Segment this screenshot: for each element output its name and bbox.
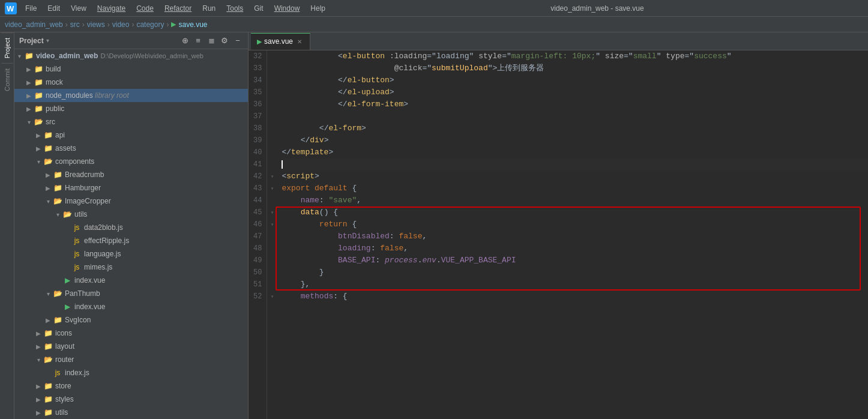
tree-hamburger-arrow[interactable]: ▶ bbox=[43, 183, 53, 193]
tree-components-arrow[interactable]: ▾ bbox=[34, 157, 43, 166]
editor-area: ▶ save.vue ✕ 32 33 34 35 36 37 38 39 40 … bbox=[249, 32, 868, 419]
tree-assets-arrow[interactable]: ▶ bbox=[34, 143, 43, 153]
menu-edit[interactable]: Edit bbox=[43, 3, 65, 14]
tree-public-arrow[interactable]: ▶ bbox=[24, 104, 34, 113]
tree-components[interactable]: ▾ 📂 components bbox=[14, 155, 248, 168]
tree-mock-arrow[interactable]: ▶ bbox=[24, 77, 34, 87]
tree-api-arrow[interactable]: ▶ bbox=[34, 130, 43, 140]
folder-router-icon: 📂 bbox=[43, 355, 53, 364]
tree-src-utils-arrow[interactable]: ▶ bbox=[34, 408, 43, 417]
menu-refactor[interactable]: Refactor bbox=[160, 3, 196, 14]
tree-root-arrow[interactable]: ▾ bbox=[14, 51, 24, 61]
breadcrumb-views[interactable]: views bbox=[87, 20, 105, 29]
folder-assets-icon: 📁 bbox=[43, 143, 53, 153]
tree-breadcrumb[interactable]: ▶ 📁 Breadcrumb bbox=[14, 168, 248, 181]
tree-store-arrow[interactable]: ▶ bbox=[34, 381, 43, 391]
tree-root[interactable]: ▾ 📁 video_admin_web D:\Develop\Web\video… bbox=[14, 49, 248, 62]
tree-src-arrow[interactable]: ▾ bbox=[24, 117, 34, 127]
fold-icon-46[interactable]: ▾ bbox=[270, 221, 274, 228]
tab-label: save.vue bbox=[264, 37, 293, 46]
tree-svgicon[interactable]: ▶ 📁 SvgIcon bbox=[14, 313, 248, 327]
tree-effectripple[interactable]: ▶ js effectRipple.js bbox=[14, 234, 248, 247]
fold-icon-52[interactable]: ▾ bbox=[270, 293, 274, 300]
menu-code[interactable]: Code bbox=[131, 3, 158, 14]
tab-close-button[interactable]: ✕ bbox=[295, 37, 304, 46]
menu-git[interactable]: Git bbox=[249, 3, 268, 14]
menu-view[interactable]: View bbox=[66, 3, 91, 14]
menu-navigate[interactable]: Navigate bbox=[92, 3, 130, 14]
tree-build[interactable]: ▶ 📁 build bbox=[14, 62, 248, 76]
tree-panthumb[interactable]: ▾ 📂 PanThumb bbox=[14, 287, 248, 300]
tree-router[interactable]: ▾ 📂 router bbox=[14, 353, 248, 366]
tree-public[interactable]: ▶ 📁 public bbox=[14, 102, 248, 115]
fold-icon-42[interactable]: ▾ bbox=[270, 173, 274, 180]
breadcrumb-file[interactable]: save.vue bbox=[178, 20, 207, 29]
line-num-37: 37 bbox=[253, 110, 262, 122]
breadcrumb-bar: video_admin_web › src › views › video › … bbox=[0, 17, 868, 32]
tree-node-modules[interactable]: ▶ 📁 node_modules library root bbox=[14, 89, 248, 102]
tree-src[interactable]: ▾ 📂 src bbox=[14, 115, 248, 128]
code-line-42: <script> bbox=[282, 170, 868, 182]
panel-minimize-icon[interactable]: − bbox=[232, 35, 243, 46]
left-tab-commit[interactable]: Commit bbox=[1, 63, 13, 96]
tabs-bar: ▶ save.vue ✕ bbox=[249, 32, 868, 50]
menu-help[interactable]: Help bbox=[306, 3, 330, 14]
menu-file[interactable]: File bbox=[20, 3, 41, 14]
tree-store[interactable]: ▶ 📁 store bbox=[14, 379, 248, 393]
tree-layout-arrow[interactable]: ▶ bbox=[34, 342, 43, 351]
tree-icons[interactable]: ▶ 📁 icons bbox=[14, 327, 248, 340]
panel-dropdown[interactable]: ▾ bbox=[46, 37, 49, 44]
tree-breadcrumb-arrow[interactable]: ▶ bbox=[43, 170, 53, 179]
menu-run[interactable]: Run bbox=[197, 3, 220, 14]
tree-mimes[interactable]: ▶ js mimes.js bbox=[14, 261, 248, 274]
tree-styles[interactable]: ▶ 📁 styles bbox=[14, 393, 248, 406]
tree-svgicon-arrow[interactable]: ▶ bbox=[43, 315, 53, 325]
tree-build-arrow[interactable]: ▶ bbox=[24, 64, 34, 74]
left-side-tabs: Project Commit bbox=[0, 32, 14, 419]
tree-data2blob[interactable]: ▶ js data2blob.js bbox=[14, 221, 248, 234]
tree-panthumb-index[interactable]: ▶ ▶ index.vue bbox=[14, 300, 248, 313]
menu-tools[interactable]: Tools bbox=[222, 3, 248, 14]
tree-utils[interactable]: ▾ 📂 utils bbox=[14, 208, 248, 221]
tree-panthumb-label: PanThumb bbox=[65, 289, 100, 298]
tree-language[interactable]: ▶ js language.js bbox=[14, 247, 248, 261]
tree-root-path: D:\Develop\Web\video_admin_web bbox=[100, 52, 203, 59]
fold-icon-45[interactable]: ▾ bbox=[270, 209, 274, 216]
tree-icons-arrow[interactable]: ▶ bbox=[34, 328, 43, 338]
tree-src-utils[interactable]: ▶ 📁 utils bbox=[14, 406, 248, 419]
tree-layout[interactable]: ▶ 📁 layout bbox=[14, 340, 248, 353]
tree-styles-arrow[interactable]: ▶ bbox=[34, 394, 43, 404]
tree-router-index[interactable]: ▶ js index.js bbox=[14, 366, 248, 379]
panel-collapse-icon[interactable]: ≡ bbox=[193, 35, 203, 46]
fold-icon-43[interactable]: ▾ bbox=[270, 185, 274, 192]
code-line-44: name: "save", bbox=[282, 194, 868, 206]
tree-hamburger[interactable]: ▶ 📁 Hamburger bbox=[14, 181, 248, 194]
code-line-50: } bbox=[282, 267, 868, 279]
code-editor[interactable]: 32 33 34 35 36 37 38 39 40 41 42 43 44 4… bbox=[249, 50, 868, 419]
tree-panthumb-arrow[interactable]: ▾ bbox=[43, 289, 53, 298]
file-tree: ▾ 📁 video_admin_web D:\Develop\Web\video… bbox=[14, 49, 248, 419]
tree-mock[interactable]: ▶ 📁 mock bbox=[14, 76, 248, 89]
tree-api[interactable]: ▶ 📁 api bbox=[14, 128, 248, 142]
tree-router-arrow[interactable]: ▾ bbox=[34, 355, 43, 364]
folder-icons-icon: 📁 bbox=[43, 328, 53, 338]
tab-save-vue[interactable]: ▶ save.vue ✕ bbox=[251, 33, 310, 50]
breadcrumb-root[interactable]: video_admin_web bbox=[5, 20, 63, 29]
tree-node-modules-arrow[interactable]: ▶ bbox=[24, 91, 34, 100]
tree-imagecropper-index[interactable]: ▶ ▶ index.vue bbox=[14, 274, 248, 287]
tree-assets[interactable]: ▶ 📁 assets bbox=[14, 142, 248, 155]
breadcrumb-src[interactable]: src bbox=[70, 20, 80, 29]
panel-settings-icon[interactable]: ⚙ bbox=[219, 35, 230, 46]
left-tab-project[interactable]: Project bbox=[1, 32, 13, 63]
code-lines[interactable]: <el-button :loading="loading" style="mar… bbox=[277, 50, 868, 419]
breadcrumb-category[interactable]: category bbox=[136, 20, 164, 29]
folder-icon: 📁 bbox=[24, 51, 34, 61]
menu-window[interactable]: Window bbox=[270, 3, 305, 14]
tree-imagecropper-arrow[interactable]: ▾ bbox=[43, 196, 53, 206]
tree-utils-arrow[interactable]: ▾ bbox=[53, 210, 62, 219]
breadcrumb-video[interactable]: video bbox=[112, 20, 130, 29]
tree-root-label: video_admin_web bbox=[36, 52, 98, 60]
panel-locate-icon[interactable]: ⊕ bbox=[179, 35, 190, 46]
tree-imagecropper[interactable]: ▾ 📂 ImageCropper bbox=[14, 194, 248, 208]
panel-expand-icon[interactable]: ≣ bbox=[206, 35, 217, 46]
